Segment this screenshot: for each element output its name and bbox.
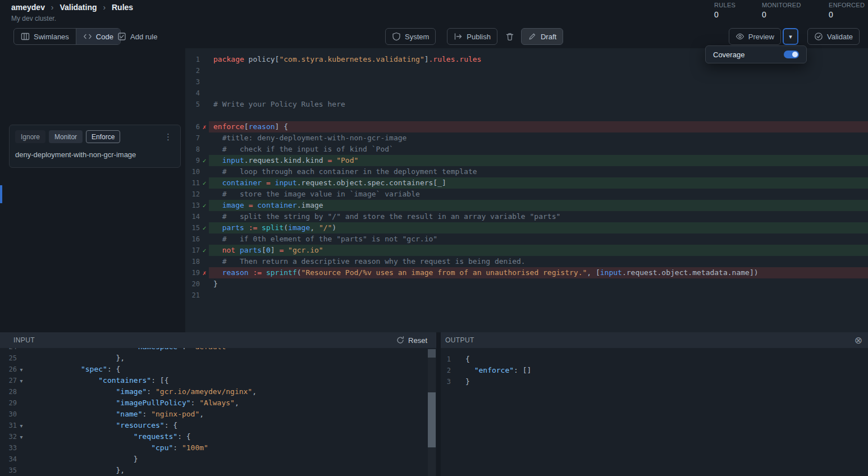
- breadcrumb-item-page[interactable]: Rules: [112, 3, 133, 12]
- code-line[interactable]: 4: [185, 88, 868, 99]
- code-text[interactable]: "imagePullPolicy": "Always",: [26, 397, 436, 409]
- code-text[interactable]: # loop through each container in the dep…: [209, 166, 868, 177]
- code-text[interactable]: parts := split(image, "/"): [209, 222, 868, 234]
- scrollbar-thumb[interactable]: [428, 392, 436, 447]
- code-line[interactable]: 21: [185, 290, 868, 301]
- draft-button[interactable]: Draft: [521, 28, 563, 45]
- code-text[interactable]: [209, 76, 868, 88]
- code-line[interactable]: 12 # store the image value in `image` va…: [185, 189, 868, 200]
- code-line[interactable]: 2: [185, 65, 868, 76]
- code-line[interactable]: 10 # loop through each container in the …: [185, 166, 868, 177]
- fold-caret-icon[interactable]: ▾: [17, 434, 26, 440]
- close-output-icon[interactable]: ⊗: [855, 336, 862, 345]
- code-text[interactable]: [209, 290, 868, 301]
- code-text[interactable]: }: [451, 376, 868, 387]
- code-line[interactable]: 13✓ image = container.image: [185, 200, 868, 211]
- code-line[interactable]: 27▾ "containers": [{: [0, 375, 436, 386]
- fold-caret-icon[interactable]: ▾: [17, 423, 26, 429]
- code-line[interactable]: 30 "name": "nginx-pod",: [0, 409, 436, 420]
- add-rule-button[interactable]: Add rule: [111, 28, 164, 45]
- code-text[interactable]: #title: deny-deployment-with-non-gcr-ima…: [209, 132, 868, 144]
- fold-caret-icon[interactable]: ▾: [17, 367, 26, 373]
- code-line[interactable]: 3: [185, 76, 868, 88]
- code-line[interactable]: 33 "cpu": "100m": [0, 442, 436, 454]
- delete-draft-button[interactable]: [503, 28, 517, 45]
- code-line[interactable]: 20}: [185, 278, 868, 290]
- code-text[interactable]: "image": "gcr.io/ameydev/nginx",: [26, 386, 436, 397]
- breadcrumb-item-system[interactable]: Validating: [60, 3, 97, 12]
- code-line[interactable]: 26▾ "spec": {: [0, 364, 436, 375]
- code-line[interactable]: 1{: [441, 354, 868, 365]
- code-text[interactable]: enforce[reason] {: [209, 121, 868, 132]
- code-line[interactable]: 17✓ not parts[0] = "gcr.io": [185, 245, 868, 256]
- code-text[interactable]: # Then return a descriptive reason why t…: [209, 256, 868, 267]
- code-line[interactable]: 6✗enforce[reason] {: [185, 121, 868, 132]
- code-text[interactable]: "enforce": []: [451, 365, 868, 376]
- code-line[interactable]: 18 # Then return a descriptive reason wh…: [185, 256, 868, 267]
- code-text[interactable]: # split the string by "/" and store the …: [209, 211, 868, 222]
- input-editor[interactable]: 24 "namespace": "default"25 },26▾ "spec"…: [0, 348, 436, 476]
- code-text[interactable]: reason := sprintf("Resource Pod/%v uses …: [209, 267, 868, 278]
- code-line[interactable]: 5# Write your Policy Rules here: [185, 99, 868, 110]
- tab-monitor[interactable]: Monitor: [49, 130, 83, 143]
- code-text[interactable]: # if 0th element of the "parts" is not "…: [209, 234, 868, 245]
- code-line[interactable]: 14 # split the string by "/" and store t…: [185, 211, 868, 222]
- code-text[interactable]: image = container.image: [209, 200, 868, 211]
- code-text[interactable]: [209, 88, 868, 99]
- code-text[interactable]: "cpu": "100m": [26, 442, 436, 454]
- code-line[interactable]: 28 "image": "gcr.io/ameydev/nginx",: [0, 386, 436, 397]
- code-text[interactable]: container = input.request.object.spec.co…: [209, 177, 868, 189]
- code-line[interactable]: 11✓ container = input.request.object.spe…: [185, 177, 868, 189]
- tab-ignore[interactable]: Ignore: [15, 130, 45, 143]
- coverage-toggle[interactable]: [784, 51, 799, 58]
- code-line[interactable]: 3}: [441, 376, 868, 387]
- system-button[interactable]: System: [385, 28, 436, 45]
- scrollbar-up-button[interactable]: [428, 349, 436, 358]
- code-text[interactable]: not parts[0] = "gcr.io": [209, 245, 868, 256]
- code-text[interactable]: "requests": {: [26, 431, 436, 442]
- fold-caret-icon[interactable]: ▾: [17, 378, 26, 384]
- code-line[interactable]: 9✓ input.request.kind.kind = "Pod": [185, 155, 868, 166]
- code-line[interactable]: 2 "enforce": []: [441, 365, 868, 376]
- tab-enforce[interactable]: Enforce: [86, 130, 120, 143]
- code-text[interactable]: },: [26, 353, 436, 364]
- kebab-menu-icon[interactable]: ⋮: [162, 132, 175, 142]
- code-text[interactable]: [209, 110, 868, 121]
- code-text[interactable]: "containers": [{: [26, 375, 436, 386]
- code-text[interactable]: # Write your Policy Rules here: [209, 99, 868, 110]
- validate-button[interactable]: Validate: [807, 28, 860, 45]
- code-line[interactable]: 7 #title: deny-deployment-with-non-gcr-i…: [185, 132, 868, 144]
- publish-button[interactable]: Publish: [447, 28, 497, 45]
- code-line[interactable]: 24 "namespace": "default": [0, 348, 436, 353]
- code-text[interactable]: }: [26, 454, 436, 465]
- code-line[interactable]: 29 "imagePullPolicy": "Always",: [0, 397, 436, 409]
- code-line[interactable]: 31▾ "resources": {: [0, 420, 436, 431]
- reset-button[interactable]: Reset: [396, 336, 427, 345]
- code-text[interactable]: input.request.kind.kind = "Pod": [209, 155, 868, 166]
- preview-options-button[interactable]: ▾: [783, 28, 798, 45]
- code-text[interactable]: "name": "nginx-pod",: [26, 409, 436, 420]
- code-text[interactable]: }: [209, 278, 868, 290]
- code-text[interactable]: # check if the input is of kind `Pod`: [209, 144, 868, 155]
- code-text[interactable]: [209, 65, 868, 76]
- code-line[interactable]: 32▾ "requests": {: [0, 431, 436, 442]
- code-line[interactable]: 35 },: [0, 465, 436, 476]
- code-text[interactable]: "namespace": "default": [26, 348, 436, 353]
- code-line[interactable]: 8 # check if the input is of kind `Pod`: [185, 144, 868, 155]
- code-text[interactable]: # store the image value in `image` varia…: [209, 189, 868, 200]
- code-text[interactable]: "spec": {: [26, 364, 436, 375]
- code-text[interactable]: {: [451, 354, 868, 365]
- policy-editor[interactable]: 1package policy["com.styra.kubernetes.va…: [185, 48, 868, 332]
- code-line[interactable]: 15✓ parts := split(image, "/"): [185, 222, 868, 234]
- input-scrollbar[interactable]: [428, 349, 436, 476]
- code-text[interactable]: },: [26, 465, 436, 476]
- code-text[interactable]: "resources": {: [26, 420, 436, 431]
- code-line[interactable]: 25 },: [0, 353, 436, 364]
- shield-icon: [392, 32, 401, 41]
- code-line[interactable]: 34 }: [0, 454, 436, 465]
- preview-button[interactable]: Preview: [729, 28, 781, 45]
- swimlanes-view-button[interactable]: Swimlanes: [14, 29, 76, 44]
- code-line[interactable]: 16 # if 0th element of the "parts" is no…: [185, 234, 868, 245]
- breadcrumb-item-tenant[interactable]: ameydev: [11, 3, 45, 12]
- code-line[interactable]: 19✗ reason := sprintf("Resource Pod/%v u…: [185, 267, 868, 278]
